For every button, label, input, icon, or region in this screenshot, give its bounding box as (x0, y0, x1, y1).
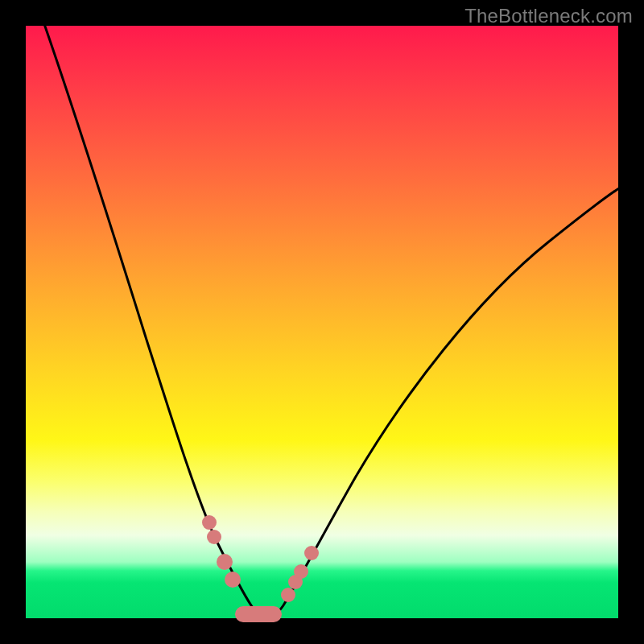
plot-area (26, 26, 618, 618)
marker-left-3 (217, 554, 233, 570)
marker-bottom-pill (235, 606, 282, 622)
curve-svg (26, 26, 618, 618)
marker-left-4 (225, 572, 241, 588)
watermark-text: TheBottleneck.com (464, 5, 633, 27)
marker-right-4 (304, 546, 319, 560)
outer-frame: TheBottleneck.com (0, 0, 644, 644)
marker-left-2 (207, 530, 221, 544)
bottleneck-curve (43, 22, 621, 616)
marker-right-3 (294, 564, 308, 579)
marker-left-1 (202, 515, 217, 530)
marker-right-1 (281, 588, 295, 602)
